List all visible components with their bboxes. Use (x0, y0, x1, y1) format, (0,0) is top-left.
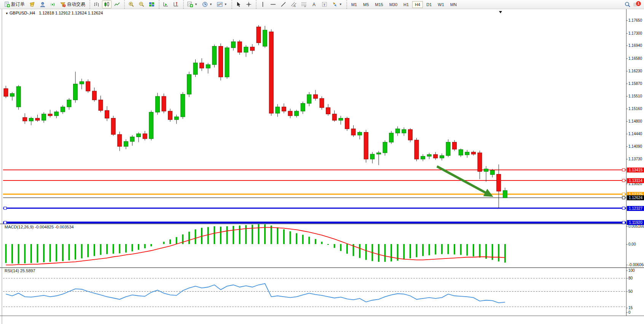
macd-axis-label: 0.005166 (628, 224, 644, 228)
candle-body (99, 100, 103, 110)
candle-body (282, 107, 286, 111)
hline-right-handle[interactable] (622, 221, 625, 224)
line-chart-button[interactable] (112, 0, 122, 8)
terminal-window: 新订单 自动交易 (0, 0, 644, 324)
zoom-in-button[interactable] (126, 0, 136, 8)
auto-scroll-button[interactable] (161, 0, 171, 8)
zoom-out-icon (139, 2, 144, 7)
zoom-out-button[interactable] (137, 0, 146, 8)
profiles-button[interactable] (38, 0, 47, 8)
signals-button[interactable] (48, 0, 57, 8)
candle-body (313, 94, 317, 98)
chart-canvas[interactable] (0, 9, 644, 324)
text-label-button[interactable]: T (320, 0, 329, 8)
market-watch-button[interactable] (27, 0, 37, 8)
macd-axis-label: 0.00 (628, 242, 636, 246)
autotrade-icon (60, 2, 66, 7)
new-order-button[interactable]: 新订单 (2, 0, 27, 9)
candle-body (168, 111, 172, 120)
timeframe-button-M5[interactable]: M5 (360, 1, 371, 8)
autotrade-button[interactable]: 自动交易 (58, 0, 87, 9)
indicators-button[interactable]: ▼ (185, 0, 199, 8)
hline-right-handle[interactable] (622, 169, 625, 171)
templates-button[interactable]: ▼ (215, 0, 229, 8)
price-axis-label: 1.17650 (628, 18, 642, 22)
trendline-button[interactable] (279, 0, 288, 8)
hline-left-handle[interactable] (4, 207, 6, 209)
chart-shift-button[interactable] (171, 0, 181, 8)
candle-body (238, 42, 242, 53)
cursor-button[interactable] (234, 0, 243, 8)
vertical-line-button[interactable] (258, 0, 268, 8)
horizontal-line-icon (270, 2, 276, 7)
timeframe-button-MN[interactable]: MN (448, 1, 459, 8)
candle-body (332, 114, 336, 120)
arrows-tool-icon (332, 2, 338, 7)
rsi-axis-label: 0 (628, 310, 631, 314)
horizontal-line-button[interactable] (268, 0, 278, 8)
chart-title-text: ▼ GBPUSD-,H4 (5, 11, 35, 15)
candle-body (149, 112, 153, 139)
candle-body (181, 94, 185, 117)
price-tag-1.12624: 1.12624 (627, 195, 644, 200)
rsi-axis-label: 50 (628, 289, 633, 294)
main-toolbar: 新订单 自动交易 (0, 0, 644, 9)
rsi-name: RSI(14) (5, 268, 19, 273)
candle-body (218, 46, 223, 77)
timeframe-button-M30[interactable]: M30 (387, 1, 400, 8)
bar-chart-button[interactable] (92, 0, 101, 8)
candle-body (402, 129, 406, 133)
hline-right-handle[interactable] (622, 193, 625, 196)
candle-body (105, 110, 109, 118)
candlestick-button[interactable] (102, 0, 112, 8)
periods-button[interactable]: ▼ (200, 0, 214, 8)
zoom-in-icon (128, 2, 134, 7)
price-axis-label: 1.16580 (628, 56, 642, 61)
chart-dropdown-icon[interactable]: ▼ (5, 12, 8, 15)
timeframe-button-H1[interactable]: H1 (401, 1, 411, 8)
candle-body (288, 111, 292, 116)
hline-right-handle[interactable] (622, 196, 625, 199)
candle-body (263, 30, 267, 46)
search-icon[interactable] (625, 2, 630, 7)
candle-body (124, 142, 128, 147)
candle-body (92, 91, 96, 100)
chart-symbol-period: GBPUSD-,H4 (10, 11, 35, 15)
macd-indicator-label: MACD(12,26,9) -0.004825 -0.003534 (5, 225, 74, 229)
signals-icon (50, 2, 56, 7)
text-button[interactable]: A (309, 0, 319, 8)
hline-right-handle[interactable] (622, 207, 625, 209)
autotrade-label: 自动交易 (67, 1, 85, 8)
candle-body (465, 152, 469, 155)
trendline-icon (281, 2, 286, 7)
candle-body (307, 94, 311, 103)
notification-icon[interactable]: 1 (633, 2, 640, 8)
hline-left-handle[interactable] (4, 221, 6, 224)
cursor-icon (236, 2, 241, 7)
candle-body (29, 118, 33, 121)
bar-chart-icon (94, 2, 99, 7)
tile-windows-button[interactable] (147, 0, 156, 8)
candle-body (497, 174, 501, 191)
fibonacci-button[interactable]: F (299, 0, 309, 8)
last-bar-marker-icon (499, 11, 502, 13)
timeframe-button-H4[interactable]: H4 (412, 1, 423, 8)
candle-body (414, 140, 419, 159)
candle-body (23, 118, 27, 121)
timeframe-button-M15[interactable]: M15 (372, 1, 386, 8)
toolbar-group-zoom (124, 0, 158, 9)
candle-body (269, 32, 273, 113)
templates-icon (217, 2, 223, 7)
chart-shift-icon (173, 2, 179, 7)
hline-right-handle[interactable] (622, 179, 625, 182)
timeframe-button-M1[interactable]: M1 (349, 1, 360, 8)
macd-signal-line (6, 227, 505, 265)
equidistant-channel-button[interactable]: E (289, 0, 298, 8)
arrows-button[interactable]: ▼ (330, 0, 344, 8)
candle-body (257, 27, 261, 43)
candle-body (395, 129, 400, 133)
timeframe-button-W1[interactable]: W1 (435, 1, 447, 8)
candle-body (193, 63, 198, 75)
timeframe-button-D1[interactable]: D1 (424, 1, 434, 8)
crosshair-button[interactable] (244, 0, 253, 8)
